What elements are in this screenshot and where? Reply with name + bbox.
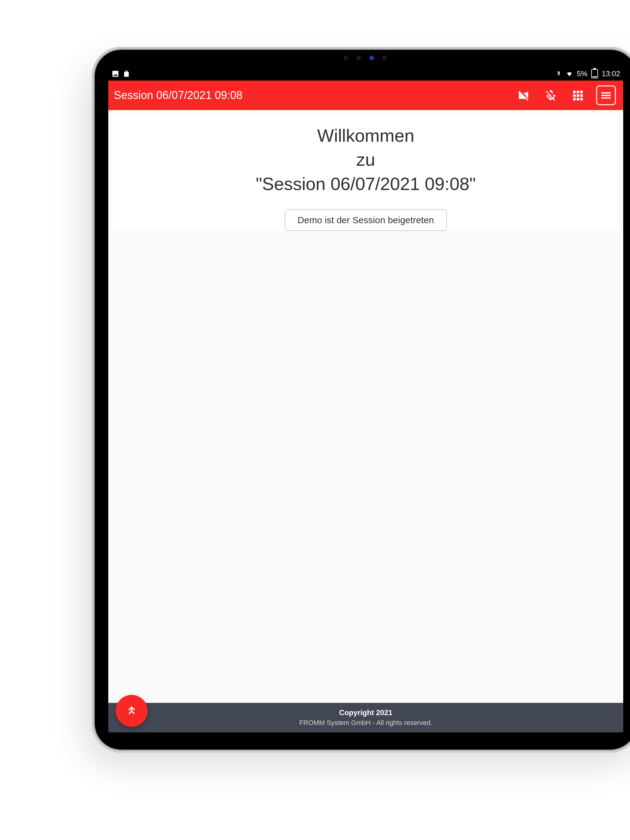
tablet-bezel: 5% 13:02 Session 06/07/2021 09:08 [95,50,630,750]
menu-button[interactable] [596,85,616,105]
scroll-top-fab[interactable] [116,695,148,727]
footer-bar: Copyright 2021 FROMM System GmbH - All r… [108,703,623,733]
status-bar: 5% 13:02 [108,67,623,81]
battery-percent: 5% [577,69,587,78]
wifi-icon [566,70,573,77]
footer-company: FROMM System GmbH - All rights reserved. [108,719,623,727]
image-notification-icon [111,70,119,78]
app-header: Session 06/07/2021 09:08 [108,81,623,110]
tablet-frame: 5% 13:02 Session 06/07/2021 09:08 [92,47,630,753]
sensor-dot [382,55,388,62]
welcome-card: Willkommen zu "Session 06/07/2021 09:08"… [112,114,619,231]
front-sensors [343,55,388,62]
camera-off-button[interactable] [515,87,532,104]
mic-off-button[interactable] [542,87,559,104]
welcome-line: zu [119,148,613,172]
sensor-dot [343,55,350,62]
battery-icon [591,69,598,78]
clock: 13:02 [602,69,620,78]
welcome-line: Willkommen [119,123,613,148]
join-notice: Demo ist der Session beigetreten [285,209,447,231]
device-screen: 5% 13:02 Session 06/07/2021 09:08 [108,67,623,733]
bluetooth-icon [555,70,562,77]
welcome-line: "Session 06/07/2021 09:08" [119,172,613,196]
session-title: Session 06/07/2021 09:08 [114,89,242,102]
grid-view-button[interactable] [569,87,586,104]
main-content: Willkommen zu "Session 06/07/2021 09:08"… [108,110,623,703]
footer-copyright: Copyright 2021 [108,708,623,717]
sensor-dot [356,55,362,62]
shopping-bag-icon [122,70,130,78]
front-camera [369,55,375,62]
